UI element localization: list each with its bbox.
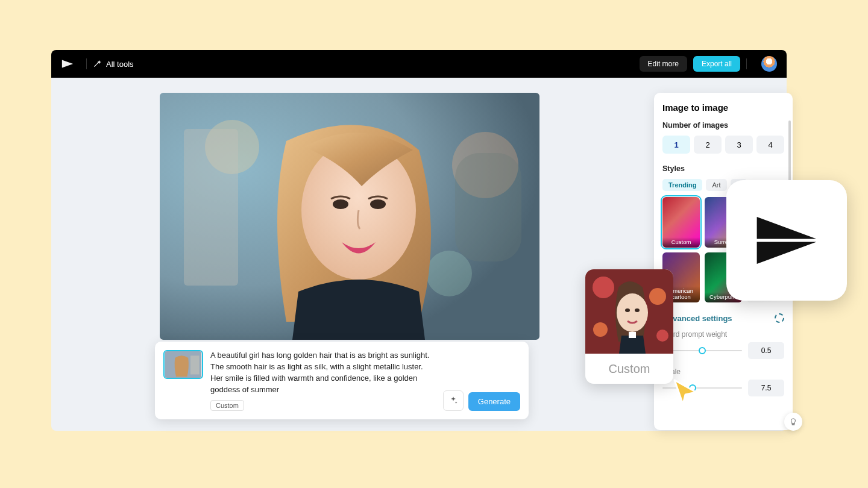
cursor-icon xyxy=(671,378,700,407)
word-prompt-weight-label: Word prompt weight xyxy=(662,330,784,339)
svg-point-14 xyxy=(649,288,666,305)
app-topbar: All tools Edit more Export all xyxy=(51,50,787,78)
style-tab-trending[interactable]: Trending xyxy=(662,179,702,191)
lightbulb-icon xyxy=(789,418,797,426)
number-of-images-row: 1 2 3 4 xyxy=(662,136,784,154)
prompt-card: A beautiful girl has long golden hair th… xyxy=(155,342,529,419)
enhance-prompt-button[interactable] xyxy=(443,390,464,411)
custom-style-popup[interactable]: Custom xyxy=(585,269,673,384)
style-tab-art[interactable]: Art xyxy=(706,179,726,191)
all-tools-button[interactable]: All tools xyxy=(93,60,134,69)
advanced-settings-header[interactable]: Advanced settings xyxy=(662,313,784,323)
capcut-logo-icon xyxy=(61,57,74,70)
generate-button[interactable]: Generate xyxy=(468,392,520,411)
svg-rect-5 xyxy=(455,153,521,261)
custom-style-preview xyxy=(585,269,673,354)
num-option-2[interactable]: 2 xyxy=(694,136,722,154)
input-image-thumbnail[interactable] xyxy=(163,350,203,379)
generated-image xyxy=(160,93,539,340)
brand-logo-card xyxy=(726,180,847,301)
word-prompt-weight-value[interactable]: 0.5 xyxy=(748,342,784,359)
sparkle-icon xyxy=(448,396,458,405)
svg-point-7 xyxy=(333,199,348,209)
num-option-3[interactable]: 3 xyxy=(725,136,753,154)
svg-rect-20 xyxy=(629,332,636,338)
svg-point-8 xyxy=(370,199,386,209)
svg-point-19 xyxy=(635,308,640,312)
all-tools-label: All tools xyxy=(106,60,134,69)
svg-point-18 xyxy=(625,308,630,312)
panel-title: Image to image xyxy=(662,102,784,113)
styles-label: Styles xyxy=(662,164,784,173)
word-prompt-weight-slider[interactable] xyxy=(662,347,742,354)
svg-rect-4 xyxy=(184,129,238,286)
svg-point-16 xyxy=(656,330,668,342)
tips-button[interactable] xyxy=(784,413,802,431)
custom-style-label: Custom xyxy=(585,354,673,384)
svg-rect-11 xyxy=(190,355,200,374)
svg-point-15 xyxy=(593,322,608,337)
scale-value[interactable]: 7.5 xyxy=(748,380,784,396)
num-option-1[interactable]: 1 xyxy=(662,136,690,154)
style-custom[interactable]: Custom xyxy=(662,197,700,248)
svg-point-17 xyxy=(617,293,648,332)
svg-point-13 xyxy=(593,277,614,298)
num-option-4[interactable]: 4 xyxy=(756,136,784,154)
sparkle-wand-icon xyxy=(93,60,101,68)
prompt-text[interactable]: A beautiful girl has long golden hair th… xyxy=(210,350,436,395)
reset-icon[interactable] xyxy=(775,313,784,323)
prompt-style-chip[interactable]: Custom xyxy=(210,400,244,411)
user-avatar[interactable] xyxy=(761,56,777,72)
edit-more-button[interactable]: Edit more xyxy=(640,56,687,72)
divider xyxy=(86,58,87,69)
workspace: A beautiful girl has long golden hair th… xyxy=(51,78,787,431)
scale-label: Scale xyxy=(662,368,784,376)
capcut-logo-icon xyxy=(747,201,826,280)
export-all-button[interactable]: Export all xyxy=(693,56,740,72)
divider xyxy=(746,58,747,69)
number-of-images-label: Number of images xyxy=(662,121,784,130)
svg-point-3 xyxy=(426,251,472,296)
